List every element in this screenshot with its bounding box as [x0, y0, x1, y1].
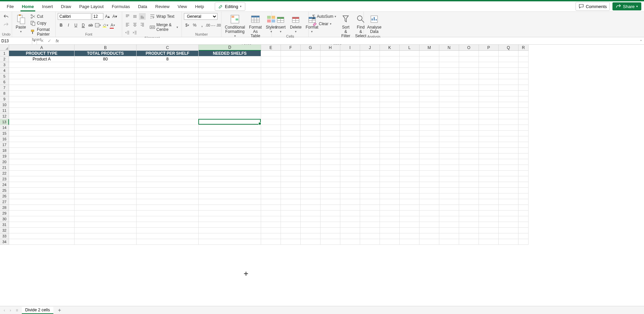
- cell-M9[interactable]: [419, 96, 439, 102]
- cell-M16[interactable]: [419, 136, 439, 142]
- cell-L5[interactable]: [400, 74, 419, 79]
- row-header-30[interactable]: 30: [0, 216, 9, 222]
- cell-F12[interactable]: [281, 114, 301, 119]
- cell-C29[interactable]: [137, 211, 199, 216]
- cell-J28[interactable]: [360, 205, 380, 211]
- cell-I16[interactable]: [340, 136, 360, 142]
- cell-Q33[interactable]: [499, 233, 518, 239]
- cell-I17[interactable]: [340, 142, 360, 148]
- cell-Q34[interactable]: [499, 239, 518, 245]
- cell-K29[interactable]: [380, 211, 400, 216]
- double-underline-button[interactable]: D: [80, 22, 87, 29]
- cell-R10[interactable]: [518, 102, 529, 108]
- cell-G17[interactable]: [301, 142, 320, 148]
- cell-J12[interactable]: [360, 114, 380, 119]
- cell-J32[interactable]: [360, 228, 380, 233]
- cell-K31[interactable]: [380, 222, 400, 228]
- cell-P11[interactable]: [479, 108, 499, 114]
- cell-O18[interactable]: [459, 148, 479, 153]
- cell-G3[interactable]: [301, 62, 320, 68]
- cell-O10[interactable]: [459, 102, 479, 108]
- cell-F14[interactable]: [281, 125, 301, 131]
- cell-B7[interactable]: [75, 85, 137, 91]
- cell-F21[interactable]: [281, 165, 301, 171]
- cell-G9[interactable]: [301, 96, 320, 102]
- cell-J29[interactable]: [360, 211, 380, 216]
- column-header-Q[interactable]: Q: [499, 45, 518, 51]
- cell-J25[interactable]: [360, 188, 380, 193]
- cell-G28[interactable]: [301, 205, 320, 211]
- tab-formulas[interactable]: Formulas: [108, 2, 134, 11]
- cell-R6[interactable]: [518, 79, 529, 85]
- cell-P22[interactable]: [479, 171, 499, 176]
- cell-A32[interactable]: [9, 228, 75, 233]
- tab-data[interactable]: Data: [134, 2, 151, 11]
- cell-E8[interactable]: [261, 91, 281, 96]
- cell-O3[interactable]: [459, 62, 479, 68]
- cell-K32[interactable]: [380, 228, 400, 233]
- cell-K16[interactable]: [380, 136, 400, 142]
- cell-O7[interactable]: [459, 85, 479, 91]
- increase-font-button[interactable]: A▴: [104, 13, 111, 20]
- cell-P32[interactable]: [479, 228, 499, 233]
- cell-F25[interactable]: [281, 188, 301, 193]
- cell-R24[interactable]: [518, 182, 529, 188]
- cell-N5[interactable]: [439, 74, 459, 79]
- cell-A30[interactable]: [9, 216, 75, 222]
- cell-J21[interactable]: [360, 165, 380, 171]
- increase-decimal-button[interactable]: .00→: [206, 22, 213, 29]
- cell-L4[interactable]: [400, 68, 419, 74]
- cell-G12[interactable]: [301, 114, 320, 119]
- cell-D2[interactable]: [199, 56, 261, 62]
- cell-I5[interactable]: [340, 74, 360, 79]
- cell-M26[interactable]: [419, 193, 439, 199]
- cell-L10[interactable]: [400, 102, 419, 108]
- cell-J9[interactable]: [360, 96, 380, 102]
- cell-A17[interactable]: [9, 142, 75, 148]
- cell-N24[interactable]: [439, 182, 459, 188]
- number-format-select[interactable]: General: [184, 13, 217, 20]
- cell-D9[interactable]: [199, 96, 261, 102]
- cell-E11[interactable]: [261, 108, 281, 114]
- cell-E7[interactable]: [261, 85, 281, 91]
- cell-Q2[interactable]: [499, 56, 518, 62]
- cell-A19[interactable]: [9, 153, 75, 159]
- cell-L13[interactable]: [400, 119, 419, 125]
- cell-E33[interactable]: [261, 233, 281, 239]
- cell-Q3[interactable]: [499, 62, 518, 68]
- cell-F5[interactable]: [281, 74, 301, 79]
- cell-I31[interactable]: [340, 222, 360, 228]
- cell-E19[interactable]: [261, 153, 281, 159]
- cell-N34[interactable]: [439, 239, 459, 245]
- cell-A16[interactable]: [9, 136, 75, 142]
- cell-P18[interactable]: [479, 148, 499, 153]
- row-header-32[interactable]: 32: [0, 228, 9, 233]
- cell-H25[interactable]: [320, 188, 340, 193]
- cell-E17[interactable]: [261, 142, 281, 148]
- cell-I4[interactable]: [340, 68, 360, 74]
- cell-N8[interactable]: [439, 91, 459, 96]
- cell-I6[interactable]: [340, 79, 360, 85]
- cell-D19[interactable]: [199, 153, 261, 159]
- cell-A8[interactable]: [9, 91, 75, 96]
- cell-P21[interactable]: [479, 165, 499, 171]
- cell-K14[interactable]: [380, 125, 400, 131]
- cell-M2[interactable]: [419, 56, 439, 62]
- cell-G4[interactable]: [301, 68, 320, 74]
- cell-Q25[interactable]: [499, 188, 518, 193]
- cell-C15[interactable]: [137, 131, 199, 136]
- cell-C31[interactable]: [137, 222, 199, 228]
- cell-F33[interactable]: [281, 233, 301, 239]
- font-color-button[interactable]: A▾: [109, 22, 116, 29]
- cell-H10[interactable]: [320, 102, 340, 108]
- cell-L23[interactable]: [400, 176, 419, 182]
- cell-N16[interactable]: [439, 136, 459, 142]
- cell-F4[interactable]: [281, 68, 301, 74]
- cell-L20[interactable]: [400, 159, 419, 165]
- cell-E10[interactable]: [261, 102, 281, 108]
- cell-L18[interactable]: [400, 148, 419, 153]
- cell-D30[interactable]: [199, 216, 261, 222]
- cell-R28[interactable]: [518, 205, 529, 211]
- cell-M5[interactable]: [419, 74, 439, 79]
- cell-J8[interactable]: [360, 91, 380, 96]
